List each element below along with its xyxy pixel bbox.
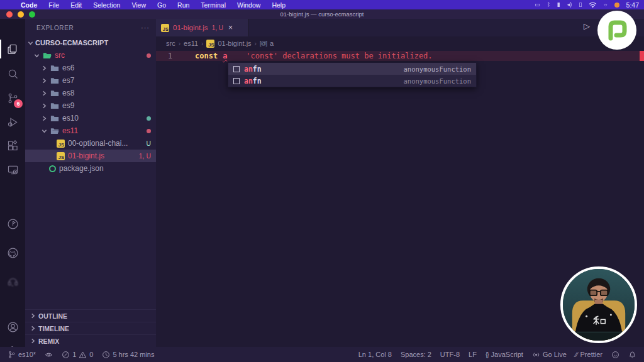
menu-selection[interactable]: Selection: [87, 1, 126, 9]
extensions-icon[interactable]: [0, 134, 25, 157]
tree-label: es7: [62, 76, 74, 85]
tree-item-es11[interactable]: es11: [25, 124, 156, 137]
chevron-right-icon: [42, 78, 47, 84]
eye-icon: [45, 351, 53, 359]
editor-tabbar: JS 01-bigint.js 1, U ×: [156, 19, 644, 36]
tree-item-src[interactable]: src: [25, 49, 156, 62]
tree-item-es10[interactable]: es10: [25, 112, 156, 124]
suggest-item[interactable]: anfn anonymousFunction: [228, 75, 476, 87]
bluetooth-icon[interactable]: ᛒ: [547, 2, 550, 8]
tree-item-00-optional[interactable]: JS 00-optional-chai... U: [25, 137, 156, 150]
tree-label: src: [55, 51, 65, 60]
feedback-smiley-icon: [611, 351, 619, 359]
breadcrumb-sep-icon: ›: [255, 40, 257, 47]
breadcrumb-sep-icon: ›: [179, 40, 180, 47]
menu-terminal[interactable]: Terminal: [195, 1, 231, 9]
control-center-icon[interactable]: ⌔: [604, 2, 607, 8]
display-icon[interactable]: ▭: [535, 2, 540, 8]
feedback-button[interactable]: [611, 351, 619, 359]
git-branch-indicator[interactable]: es10*: [8, 351, 36, 359]
workspace-root[interactable]: CURSO-ECMASCRIPT: [25, 36, 156, 49]
user-status-icon[interactable]: [614, 3, 619, 8]
javascript-file-icon: JS: [57, 152, 65, 160]
line-number: 1: [156, 52, 195, 60]
language-mode[interactable]: {} JavaScript: [486, 351, 523, 358]
tracked-dot: [147, 116, 151, 121]
suggest-item-selected[interactable]: anfn anonymousFunction: [228, 63, 476, 75]
window-titlebar: 01-bigint.js — curso-ecmascript: [0, 9, 644, 19]
error-icon: [62, 351, 70, 359]
folder-icon: [50, 89, 59, 97]
menu-edit[interactable]: Edit: [65, 1, 87, 9]
cursor-position[interactable]: Ln 1, Col 8: [358, 351, 392, 358]
go-live-button[interactable]: Go Live: [532, 351, 567, 359]
tree-item-es8[interactable]: es8: [25, 87, 156, 99]
explorer-icon[interactable]: [0, 38, 25, 60]
remix-section[interactable]: REMIX: [25, 334, 156, 347]
prettier-button[interactable]: ∕∕ Prettier: [575, 351, 602, 358]
headset-chat-icon[interactable]: [0, 270, 25, 293]
tree-item-01-bigint[interactable]: JS 01-bigint.js 1, U: [25, 150, 156, 162]
tab-01-bigint[interactable]: JS 01-bigint.js 1, U ×: [156, 19, 249, 36]
close-tab-icon[interactable]: ×: [228, 23, 233, 32]
run-debug-icon[interactable]: [0, 111, 25, 133]
menu-code[interactable]: Code: [15, 1, 43, 9]
suggest-widget: anfn anonymousFunction anfn anonymousFun…: [228, 62, 477, 87]
breadcrumb-file[interactable]: 01-bigint.js: [218, 40, 251, 47]
broadcast-icon: [532, 351, 540, 359]
battery-icon[interactable]: ▮: [557, 2, 560, 8]
notifications-button[interactable]: [628, 351, 636, 359]
source-control-icon[interactable]: 6: [0, 87, 25, 109]
inline-error-message: 'const' declarations must be initialized…: [246, 52, 432, 60]
suggest-rest: fn: [253, 65, 262, 74]
volume-icon[interactable]: ◂): [567, 2, 572, 8]
code-line-1: 1 const a 'const' declarations must be i…: [156, 51, 644, 61]
timeline-section[interactable]: TIMELINE: [25, 322, 156, 334]
webcam-overlay: [560, 266, 637, 343]
menu-file[interactable]: File: [43, 1, 65, 9]
tree-label: es11: [62, 126, 78, 135]
explorer-more-icon[interactable]: ···: [141, 24, 150, 31]
chevron-right-icon: [30, 338, 36, 344]
github-icon[interactable]: [0, 241, 25, 264]
tree-item-es7[interactable]: es7: [25, 74, 156, 87]
tree-item-package-json[interactable]: package.json: [25, 162, 156, 175]
menu-help[interactable]: Help: [266, 1, 291, 9]
error-lens-toggle[interactable]: [45, 351, 53, 359]
chevron-right-icon: [30, 313, 36, 319]
breadcrumb-symbol[interactable]: a: [270, 40, 274, 47]
braces-icon: {}: [486, 351, 489, 358]
clock-icon: [102, 351, 110, 359]
outline-section[interactable]: OUTLINE: [25, 309, 156, 322]
language-label: JavaScript: [491, 351, 523, 358]
indentation-setting[interactable]: Spaces: 2: [401, 351, 431, 358]
warning-icon: [79, 351, 87, 359]
search-icon[interactable]: [0, 62, 25, 85]
bell-icon: [628, 351, 636, 359]
eol-setting[interactable]: LF: [469, 351, 477, 358]
chevron-right-icon: [42, 65, 47, 71]
battery-percent-icon[interactable]: ▯: [579, 2, 582, 8]
tree-label: 00-optional-chai...: [68, 139, 128, 148]
wakatime-indicator[interactable]: 5 hrs 42 mins: [102, 351, 154, 359]
explorer-title: EXPLORER: [36, 25, 74, 31]
suggest-match: an: [244, 65, 253, 74]
warning-count: 0: [89, 351, 93, 358]
breadcrumb-es11[interactable]: es11: [184, 40, 198, 47]
keyword-token: const: [195, 52, 218, 60]
tree-item-es9[interactable]: es9: [25, 99, 156, 112]
encoding-setting[interactable]: UTF-8: [440, 351, 460, 358]
tree-item-es6[interactable]: es6: [25, 62, 156, 74]
menu-view[interactable]: View: [126, 1, 152, 9]
remote-explorer-icon[interactable]: [0, 158, 25, 181]
run-file-icon[interactable]: ▷: [584, 21, 590, 31]
problems-indicator[interactable]: 1 0: [62, 351, 93, 359]
account-icon[interactable]: [0, 315, 25, 338]
menu-run[interactable]: Run: [172, 1, 195, 9]
live-share-icon[interactable]: [0, 212, 25, 235]
breadcrumb-src[interactable]: src: [166, 40, 175, 47]
menu-go[interactable]: Go: [152, 1, 172, 9]
wifi-icon[interactable]: [589, 2, 597, 8]
menu-window[interactable]: Window: [231, 1, 266, 9]
chevron-down-icon: [34, 53, 40, 58]
